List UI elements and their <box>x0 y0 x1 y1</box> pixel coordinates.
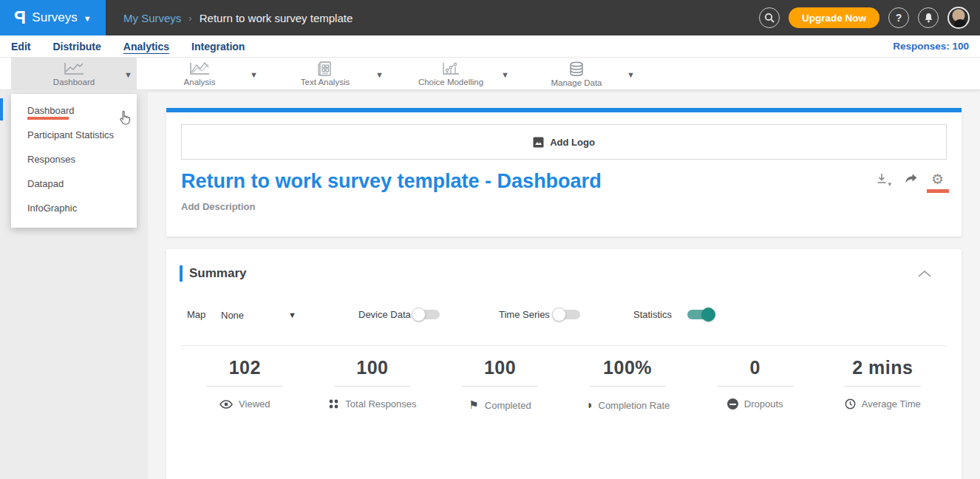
summary-controls: Map None ▼ Device Data Time Series Stati… <box>166 305 962 327</box>
sidebar-active-indicator <box>0 98 3 120</box>
dashboard-dropdown-menu: Dashboard Participant Statistics Respons… <box>11 94 137 228</box>
stat-completion-rate: 100% ◑ Completion Rate <box>564 357 692 412</box>
toolbar-text-analysis[interactable]: Text Analysis ▼ <box>262 58 388 90</box>
chevron-down-icon[interactable]: ▼ <box>627 70 635 79</box>
active-item-underline <box>27 117 69 120</box>
stat-total-responses: 100 Total Responses <box>309 357 437 412</box>
gear-icon: ⚙ <box>931 171 944 187</box>
product-label: Surveys <box>32 10 77 25</box>
breadcrumb: My Surveys › Return to work survey templ… <box>123 12 353 24</box>
toolbar-item-label: Choice Modelling <box>418 78 483 86</box>
map-select-value: None <box>221 310 244 321</box>
map-label: Map <box>187 309 205 320</box>
stat-dropouts: 0 Dropouts <box>691 357 819 412</box>
chevron-down-icon: ▼ <box>84 14 92 23</box>
toolbar-item-label: Manage Data <box>551 78 602 87</box>
stat-value: 102 <box>229 357 261 378</box>
stat-rule <box>844 386 921 387</box>
settings-active-underline <box>927 189 949 193</box>
analytics-toolbar: Dashboard ▼ Analysis ▼ Text Analysis ▼ C… <box>0 58 980 90</box>
minus-circle-icon <box>727 398 738 410</box>
search-button[interactable] <box>759 7 780 28</box>
stat-label: Completion Rate <box>599 400 670 411</box>
contrast-icon: ◑ <box>585 398 593 412</box>
tab-analytics[interactable]: Analytics <box>123 41 169 52</box>
menu-item-participant-statistics[interactable]: Participant Statistics <box>11 123 137 147</box>
dots-grid-icon <box>328 398 339 410</box>
toolbar-choice-modelling[interactable]: Choice Modelling ▼ <box>388 58 514 90</box>
add-logo-label: Add Logo <box>550 137 595 148</box>
stat-value: 100% <box>603 357 652 378</box>
statistics-toggle[interactable] <box>687 310 714 319</box>
stat-label: Dropouts <box>744 398 783 410</box>
add-logo-dropzone[interactable]: Add Logo <box>181 124 947 160</box>
database-icon <box>568 61 585 77</box>
menu-item-label: Responses <box>27 154 75 165</box>
toolbar-dashboard[interactable]: Dashboard ▼ <box>11 58 137 90</box>
bell-icon <box>924 13 933 23</box>
flag-icon: ⚑ <box>469 398 478 412</box>
map-select[interactable]: None ▼ <box>218 305 299 325</box>
statistics-label: Statistics <box>633 309 672 320</box>
toolbar-item-label: Dashboard <box>53 78 95 86</box>
share-button[interactable] <box>905 173 918 188</box>
share-icon <box>905 173 918 185</box>
add-description-field[interactable]: Add Description <box>181 201 255 212</box>
surveys-product-menu[interactable]: P Surveys ▼ <box>0 0 106 35</box>
question-mark-icon: ? <box>896 12 902 24</box>
stat-rule <box>461 386 538 387</box>
stat-label: Average Time <box>862 398 921 410</box>
eye-icon <box>220 400 233 409</box>
hand-cursor-icon <box>118 110 132 126</box>
download-button[interactable]: ▾ <box>876 173 891 188</box>
time-series-toggle[interactable] <box>554 310 580 319</box>
stat-label: Total Responses <box>345 398 416 410</box>
chevron-down-icon[interactable]: ▼ <box>250 70 258 79</box>
toolbar-analysis[interactable]: Analysis ▼ <box>137 58 262 90</box>
chevron-down-icon: ▾ <box>888 180 891 188</box>
questionpro-logo-icon: P <box>14 7 26 28</box>
clock-icon <box>845 398 856 410</box>
stat-average-time: 2 mins Average Time <box>819 357 947 412</box>
settings-button[interactable]: ⚙ <box>931 173 944 187</box>
device-data-label: Device Data <box>358 309 411 320</box>
statistics-row: 102 Viewed 100 Total Responses 100 <box>181 357 947 412</box>
section-accent-bar <box>180 265 183 282</box>
breadcrumb-my-surveys[interactable]: My Surveys <box>123 12 181 24</box>
device-data-toggle[interactable] <box>413 310 440 319</box>
chevron-down-icon[interactable]: ▼ <box>124 70 132 79</box>
summary-divider <box>181 345 947 346</box>
upgrade-now-button[interactable]: Upgrade Now <box>789 7 879 28</box>
menu-item-infographic[interactable]: InfoGraphic <box>11 196 137 220</box>
line-chart-icon <box>63 61 85 76</box>
menu-item-label: Datapad <box>27 178 64 189</box>
breadcrumb-separator-icon: › <box>188 13 191 24</box>
chevron-down-icon: ▼ <box>288 310 296 319</box>
menu-item-responses[interactable]: Responses <box>11 147 137 171</box>
stat-value: 0 <box>749 357 760 378</box>
chevron-down-icon[interactable]: ▼ <box>501 70 509 79</box>
collapse-chevron-icon[interactable] <box>917 270 932 278</box>
download-icon <box>876 173 888 185</box>
tab-integration[interactable]: Integration <box>191 41 245 52</box>
tab-distribute[interactable]: Distribute <box>52 41 101 52</box>
menu-item-datapad[interactable]: Datapad <box>11 171 137 196</box>
analysis-chart-icon <box>188 61 211 76</box>
stat-completed: 100 ⚑ Completed <box>436 357 564 412</box>
toolbar-manage-data[interactable]: Manage Data ▼ <box>514 58 639 90</box>
tab-edit[interactable]: Edit <box>11 41 30 52</box>
chevron-down-icon[interactable]: ▼ <box>375 70 384 79</box>
user-avatar[interactable] <box>947 7 970 29</box>
menu-item-label: InfoGraphic <box>27 203 77 214</box>
summary-heading: Summary <box>189 266 246 281</box>
stat-label: Completed <box>485 400 531 411</box>
notifications-button[interactable] <box>918 7 939 28</box>
stat-label: Viewed <box>239 398 270 410</box>
toolbar-item-label: Text Analysis <box>301 78 350 86</box>
page-title[interactable]: Return to work survey template - Dashboa… <box>181 170 602 193</box>
stat-viewed: 102 Viewed <box>181 357 309 412</box>
help-button[interactable]: ? <box>888 7 909 28</box>
stat-rule <box>334 386 411 387</box>
stat-value: 100 <box>356 357 388 378</box>
stat-rule <box>206 386 283 387</box>
